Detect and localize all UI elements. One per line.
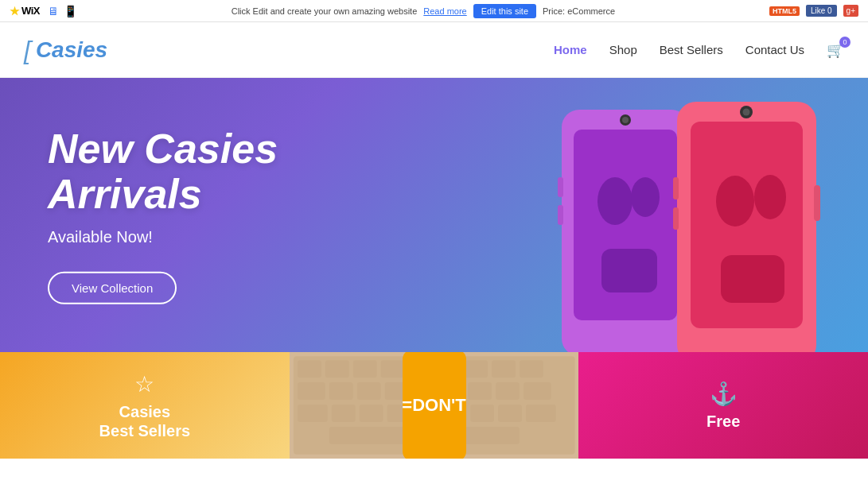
svg-rect-30 xyxy=(298,382,325,400)
svg-rect-31 xyxy=(329,382,352,400)
site-nav: Home Shop Best Sellers Contact Us 🛒 0 xyxy=(554,41,844,59)
svg-rect-32 xyxy=(356,382,380,400)
svg-rect-47 xyxy=(526,405,556,422)
svg-point-3 xyxy=(631,177,660,217)
wix-bar-left: ★ WiX 🖥 📱 xyxy=(10,5,77,17)
svg-rect-4 xyxy=(601,249,657,292)
nav-contact-us[interactable]: Contact Us xyxy=(745,43,804,56)
wix-bar-right: HTML5 Like 0 g+ xyxy=(769,5,858,17)
hero-content: New Casies Arrivals Available Now! View … xyxy=(48,126,278,304)
wix-topbar: ★ WiX 🖥 📱 Click Edit and create your own… xyxy=(0,0,868,22)
mobile-icon[interactable]: 📱 xyxy=(64,5,77,17)
svg-rect-40 xyxy=(331,405,355,422)
svg-rect-46 xyxy=(498,405,522,422)
gplus-button[interactable]: g+ xyxy=(843,5,858,17)
nav-best-sellers[interactable]: Best Sellers xyxy=(660,43,723,56)
free-shipping-card[interactable]: ⚓ Free xyxy=(578,352,868,459)
svg-rect-28 xyxy=(492,360,516,378)
edit-site-button[interactable]: Edit this site xyxy=(473,4,536,18)
svg-rect-8 xyxy=(558,177,563,197)
orange-phone-case: =DO N'T xyxy=(403,352,466,459)
svg-point-12 xyxy=(716,176,754,227)
cart-icon[interactable]: 🛒 0 xyxy=(827,41,844,59)
hero-banner: New Casies Arrivals Available Now! View … xyxy=(0,78,868,352)
logo-text: Casies xyxy=(36,37,107,63)
svg-rect-9 xyxy=(558,205,563,225)
svg-rect-19 xyxy=(673,207,679,230)
svg-rect-17 xyxy=(814,185,820,221)
pink-phone-case xyxy=(673,98,820,352)
desktop-icon[interactable]: 🖥 xyxy=(48,5,59,17)
svg-rect-22 xyxy=(325,360,349,378)
star-icon: ☆ xyxy=(99,371,191,397)
promo-text: Click Edit and create your own amazing w… xyxy=(232,6,418,16)
svg-rect-41 xyxy=(359,405,383,422)
best-sellers-card-content: ☆ Casies Best Sellers xyxy=(99,371,191,440)
hero-title: New Casies Arrivals xyxy=(48,126,278,216)
svg-rect-37 xyxy=(496,382,520,400)
svg-rect-18 xyxy=(673,177,679,199)
svg-rect-23 xyxy=(352,360,376,378)
nav-home[interactable]: Home xyxy=(554,43,587,56)
free-card-title: Free xyxy=(706,412,740,431)
html5-badge: HTML5 xyxy=(769,6,800,16)
wix-bar-center: Click Edit and create your own amazing w… xyxy=(232,4,615,18)
best-sellers-card[interactable]: ☆ Casies Best Sellers xyxy=(0,352,290,459)
svg-rect-21 xyxy=(298,360,321,378)
device-icons: 🖥 📱 xyxy=(48,5,77,17)
photo-card[interactable]: =DO N'T xyxy=(290,352,579,459)
site-logo: [ Casies xyxy=(24,37,107,63)
svg-rect-29 xyxy=(520,360,543,378)
free-card-content: ⚓ Free xyxy=(706,381,740,431)
hero-cta-button[interactable]: View Collection xyxy=(48,272,177,304)
svg-rect-14 xyxy=(721,255,784,303)
svg-rect-38 xyxy=(524,382,551,400)
svg-point-16 xyxy=(743,109,750,116)
svg-point-6 xyxy=(622,117,629,123)
wix-logo-text: WiX xyxy=(21,5,40,17)
svg-rect-36 xyxy=(468,382,492,400)
bottom-section: ☆ Casies Best Sellers xyxy=(0,352,868,459)
logo-bracket-icon: [ xyxy=(24,37,31,63)
site-header: [ Casies Home Shop Best Sellers Contact … xyxy=(0,22,868,78)
nav-shop[interactable]: Shop xyxy=(609,43,637,56)
price-text: Price: eCommerce xyxy=(543,6,615,16)
svg-rect-27 xyxy=(464,360,488,378)
best-sellers-title: Casies Best Sellers xyxy=(99,402,191,440)
svg-point-13 xyxy=(754,175,786,219)
hero-phones xyxy=(454,78,868,352)
wix-star-icon: ★ xyxy=(10,5,20,17)
read-more-link[interactable]: Read more xyxy=(423,6,466,16)
wix-logo: ★ WiX xyxy=(10,5,40,17)
svg-rect-45 xyxy=(470,405,494,422)
hero-subtitle: Available Now! xyxy=(48,228,278,246)
svg-rect-39 xyxy=(298,405,328,422)
svg-rect-24 xyxy=(380,360,404,378)
fb-like-button[interactable]: Like 0 xyxy=(806,5,837,17)
anchor-icon: ⚓ xyxy=(706,381,740,407)
svg-point-2 xyxy=(597,177,633,225)
cart-badge: 0 xyxy=(839,37,850,48)
